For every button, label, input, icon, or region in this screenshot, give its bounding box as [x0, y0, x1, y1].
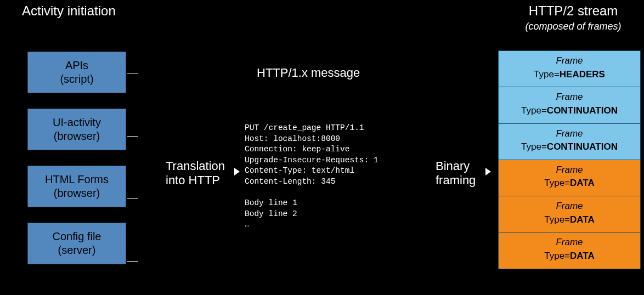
activity-boxes: APIs (script) UI-activity (browser) HTML…: [27, 52, 126, 264]
right-column-subtitle: (composed of frames): [502, 21, 644, 32]
box-line2: (browser): [54, 187, 100, 199]
frame-type: Type=DATA: [544, 178, 595, 188]
frame-label: Frame: [499, 54, 640, 68]
frame-continuation: Frame Type=CONTINUATION: [499, 124, 640, 160]
translation-line2: into HTTP: [166, 173, 220, 187]
frame-data: Frame Type=DATA: [499, 196, 640, 232]
frame-label: Frame: [499, 127, 640, 141]
frame-label: Frame: [499, 90, 640, 104]
frame-type: Type=DATA: [544, 251, 595, 261]
box-line1: HTML Forms: [45, 173, 109, 185]
frame-type: Type=CONTINUATION: [521, 141, 618, 152]
binary-line1: Binary: [436, 159, 470, 173]
frame-label: Frame: [499, 200, 640, 213]
connector-line: [127, 136, 138, 137]
frame-label: Frame: [499, 163, 640, 177]
connector-line: [127, 198, 138, 199]
arrow-right-icon: [234, 168, 240, 175]
box-line1: APIs: [65, 59, 88, 71]
box-line2: (script): [60, 73, 93, 85]
frame-continuation: Frame Type=CONTINUATION: [499, 87, 640, 123]
binary-line2: framing: [436, 173, 476, 187]
binary-framing-label: Binary framing: [436, 159, 476, 188]
left-column-title: Activity initiation: [22, 3, 116, 19]
connector-line: [127, 261, 138, 262]
activity-box-ui: UI-activity (browser): [27, 109, 126, 150]
translation-line1: Translation: [166, 159, 225, 173]
http-raw-message: PUT /create_page HTTP/1.1 Host: localhos…: [245, 123, 379, 230]
frame-type: Type=HEADERS: [534, 69, 605, 80]
box-line1: UI-activity: [53, 116, 101, 128]
box-line2: (server): [58, 244, 96, 256]
right-column-title: HTTP/2 stream: [502, 3, 644, 19]
http-message-title: HTTP/1.x message: [257, 66, 360, 80]
box-line1: Config file: [53, 230, 101, 242]
activity-box-apis: APIs (script): [27, 52, 126, 93]
http2-frames: Frame Type=HEADERS Frame Type=CONTINUATI…: [498, 50, 641, 269]
frame-label: Frame: [499, 236, 640, 249]
translation-label: Translation into HTTP: [166, 159, 225, 188]
activity-box-config: Config file (server): [27, 223, 126, 264]
frame-type: Type=CONTINUATION: [521, 105, 618, 116]
frame-data: Frame Type=DATA: [499, 160, 640, 196]
frame-data: Frame Type=DATA: [499, 232, 640, 268]
activity-box-forms: HTML Forms (browser): [27, 166, 126, 207]
box-line2: (browser): [54, 130, 100, 142]
arrow-right-icon: [485, 168, 491, 175]
connector-line: [127, 73, 138, 73]
frame-type: Type=DATA: [544, 214, 595, 225]
frame-headers: Frame Type=HEADERS: [499, 51, 640, 87]
